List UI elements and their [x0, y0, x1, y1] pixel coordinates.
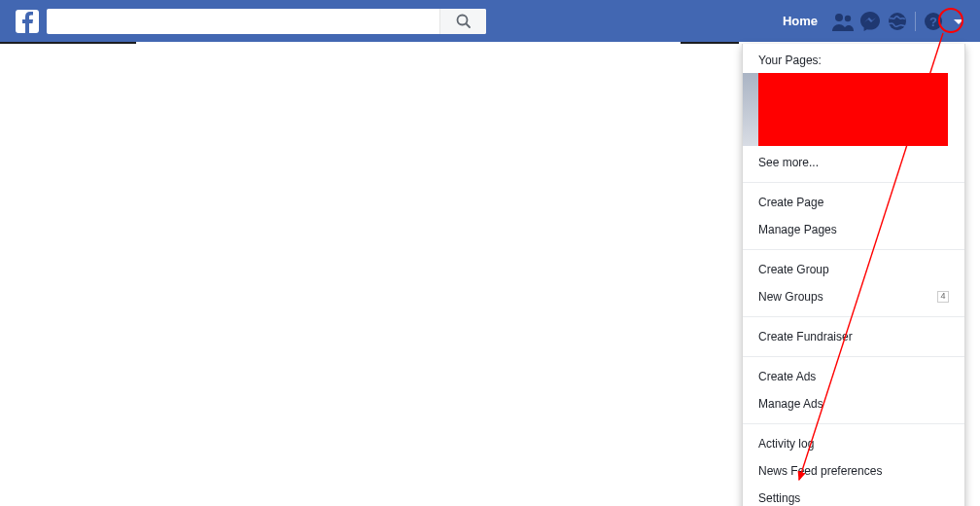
search-input[interactable]	[47, 9, 439, 34]
content-shadow-gap	[136, 42, 681, 44]
messages-button[interactable]	[857, 0, 884, 42]
account-dropdown-menu: Your Pages: See more... Create Page Mana…	[742, 44, 965, 506]
right-navigation: Home	[683, 0, 970, 42]
help-button[interactable]: ?	[920, 0, 947, 42]
home-link[interactable]: Home	[771, 0, 829, 42]
create-page-item[interactable]: Create Page	[743, 189, 964, 216]
top-navigation-bar: Home	[0, 0, 980, 42]
nav-divider	[915, 12, 916, 31]
create-group-item[interactable]: Create Group	[743, 256, 964, 283]
new-groups-label: New Groups	[758, 288, 823, 306]
see-more-label: See more...	[758, 154, 819, 171]
account-dropdown-button[interactable]	[947, 0, 970, 42]
news-feed-preferences-item[interactable]: News Feed preferences	[743, 457, 964, 485]
create-fundraiser-label: Create Fundraiser	[758, 328, 853, 345]
notifications-button[interactable]	[884, 0, 911, 42]
friends-icon	[832, 12, 854, 31]
svg-point-4	[889, 13, 906, 30]
settings-label: Settings	[758, 489, 800, 506]
facebook-logo[interactable]	[16, 10, 39, 33]
facebook-f-icon	[19, 12, 35, 33]
profile-link-area[interactable]	[683, 0, 771, 42]
search-button[interactable]	[439, 9, 486, 34]
manage-pages-item[interactable]: Manage Pages	[743, 216, 964, 243]
friend-requests-button[interactable]	[829, 0, 857, 42]
new-groups-badge: 4	[937, 291, 949, 303]
svg-point-2	[835, 14, 843, 21]
manage-pages-label: Manage Pages	[758, 221, 837, 238]
new-groups-item[interactable]: New Groups 4	[743, 283, 964, 310]
create-page-label: Create Page	[758, 194, 823, 211]
svg-text:?: ?	[929, 15, 937, 29]
manage-ads-label: Manage Ads	[758, 395, 823, 413]
settings-item[interactable]: Settings	[743, 485, 964, 506]
page-thumb-side	[743, 73, 758, 146]
page-thumbnail-redacted[interactable]	[758, 73, 948, 146]
create-ads-label: Create Ads	[758, 368, 816, 385]
svg-point-3	[845, 15, 851, 20]
activity-log-item[interactable]: Activity log	[743, 430, 964, 457]
globe-icon	[887, 11, 908, 32]
create-group-label: Create Group	[758, 261, 829, 278]
help-icon: ?	[924, 12, 943, 31]
see-more-link[interactable]: See more...	[743, 146, 964, 176]
activity-log-label: Activity log	[758, 435, 814, 452]
create-ads-item[interactable]: Create Ads	[743, 363, 964, 390]
search-icon	[456, 14, 472, 29]
your-pages-header: Your Pages:	[743, 50, 964, 73]
chevron-down-icon	[953, 16, 964, 27]
search-container	[47, 9, 486, 34]
messenger-icon	[859, 11, 881, 32]
news-feed-preferences-label: News Feed preferences	[758, 462, 882, 480]
svg-line-1	[466, 23, 470, 27]
create-fundraiser-item[interactable]: Create Fundraiser	[743, 323, 964, 350]
manage-ads-item[interactable]: Manage Ads	[743, 390, 964, 417]
